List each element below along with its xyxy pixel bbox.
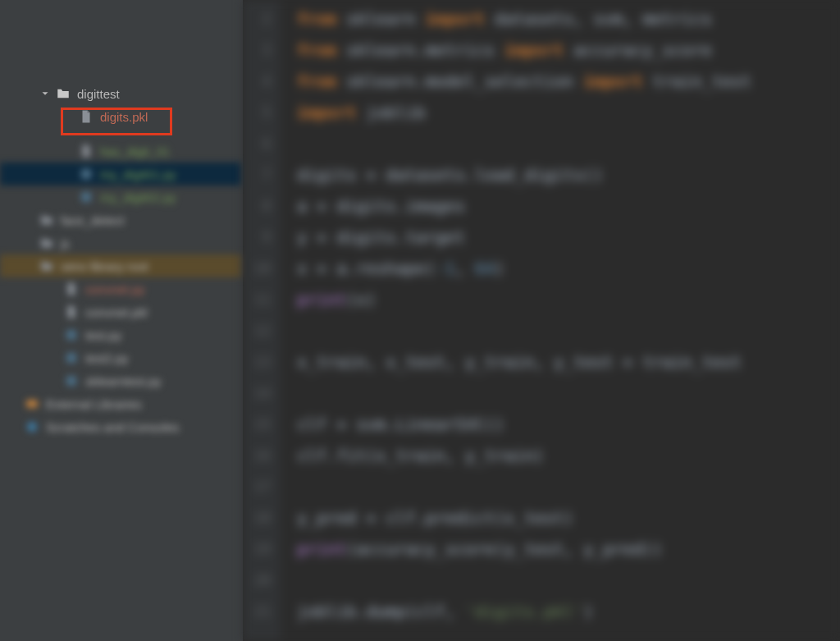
file-label: digits.pkl	[100, 110, 148, 124]
py-icon	[64, 373, 79, 388]
svg-rect-4	[66, 376, 76, 386]
tree-row[interactable]: convnet.pkl	[0, 300, 243, 323]
py-icon	[64, 350, 79, 365]
code-line[interactable]: print(accuracy_score(y_test, y_pred))	[297, 533, 840, 565]
tree-folder-digittest[interactable]: digittest	[0, 82, 243, 105]
tree-row[interactable]: face_detect	[0, 208, 243, 231]
project-tree[interactable]: has_digit_01my_digit01.pymy_digit02.pyfa…	[0, 0, 243, 641]
tree-label: js	[61, 236, 70, 250]
code-line[interactable]	[297, 565, 840, 596]
tree-label: Scratches and Consoles	[46, 420, 180, 434]
tree-label: my_digit02.py	[100, 190, 176, 204]
tree-row[interactable]: External Libraries	[0, 392, 243, 415]
scratch-icon	[25, 419, 39, 434]
code-line[interactable]: from sklearn import datasets, svm, metri…	[297, 3, 840, 34]
code-line[interactable]: clf = svm.LinearSVC()	[297, 409, 840, 440]
tree-row[interactable]: Scratches and Consoles	[0, 415, 243, 438]
tree-label: External Libraries	[46, 397, 142, 411]
tree-row[interactable]: has_digit_01	[0, 140, 243, 163]
svg-rect-3	[66, 353, 76, 363]
tree-label: venv library root	[61, 259, 148, 273]
code-line[interactable]	[297, 315, 840, 346]
tree-label: face_detect	[61, 213, 125, 227]
code-line[interactable]: from sklearn.metrics import accuracy_sco…	[297, 34, 840, 66]
folder-icon	[56, 86, 71, 101]
tree-row[interactable]: venv library root	[0, 254, 243, 277]
file-icon	[79, 144, 94, 158]
svg-rect-2	[66, 330, 76, 340]
file-icon	[64, 304, 79, 319]
code-line[interactable]	[297, 128, 840, 159]
svg-point-6	[27, 422, 37, 432]
py-icon	[79, 190, 94, 204]
code-line[interactable]: from sklearn.model_selection import trai…	[297, 66, 840, 97]
tree-file-digits-pkl[interactable]: digits.pkl	[0, 105, 243, 128]
tree-label: convnet.pkl	[85, 305, 148, 319]
code-line[interactable]	[297, 378, 840, 409]
tree-row[interactable]: js	[0, 231, 243, 254]
lib-icon	[25, 396, 39, 411]
line-gutter: 23456789101112131415161718192021	[243, 0, 281, 641]
code-line[interactable]: digits = datasets.load_digits()	[297, 159, 840, 190]
code-line[interactable]: clf.fit(x_train, y_train)	[297, 440, 840, 471]
code-editor[interactable]: 23456789101112131415161718192021 from sk…	[243, 0, 840, 641]
code-line[interactable]: y_pred = clf.predict(x_test)	[297, 502, 840, 533]
folder-icon	[39, 213, 54, 227]
code-area[interactable]: from sklearn import datasets, svm, metri…	[281, 0, 840, 641]
tree-row[interactable]: my_digit01.py	[0, 163, 243, 185]
folder-icon	[39, 236, 54, 250]
tree-row[interactable]: my_digit02.py	[0, 185, 243, 208]
tree-label: convnet.py	[85, 282, 145, 296]
tree-row[interactable]: test.py	[0, 323, 243, 346]
tree-label: has_digit_01	[100, 144, 170, 158]
folder-label: digittest	[77, 87, 120, 101]
file-icon	[79, 109, 94, 124]
tree-label: sklearntest.py	[85, 374, 162, 388]
code-line[interactable]: a = digits.images	[297, 190, 840, 222]
svg-rect-0	[81, 169, 91, 179]
code-line[interactable]	[297, 471, 840, 502]
folder-icon	[39, 259, 54, 273]
code-line[interactable]: y = digits.target	[297, 222, 840, 253]
svg-rect-5	[26, 401, 38, 408]
svg-rect-1	[81, 192, 91, 202]
tree-row[interactable]: convnet.py	[0, 277, 243, 300]
tree-label: test.py	[85, 328, 121, 342]
chevron-down-icon	[39, 88, 51, 99]
tree-label: my_digit01.py	[100, 167, 176, 181]
code-line[interactable]: joblib.dump(clf, 'digits.pkl')	[297, 596, 840, 627]
py-icon	[64, 327, 79, 342]
file-icon	[64, 282, 79, 296]
py-icon	[79, 167, 94, 181]
tree-label: test2.py	[85, 351, 129, 365]
code-line[interactable]: import joblib	[297, 97, 840, 128]
code-line[interactable]: print(x)	[297, 284, 840, 315]
code-line[interactable]: x = a.reshape(-1, 64)	[297, 253, 840, 284]
tree-row[interactable]: sklearntest.py	[0, 369, 243, 392]
tree-row[interactable]: test2.py	[0, 346, 243, 369]
code-line[interactable]: x_train, x_test, y_train, y_test = train…	[297, 346, 840, 378]
